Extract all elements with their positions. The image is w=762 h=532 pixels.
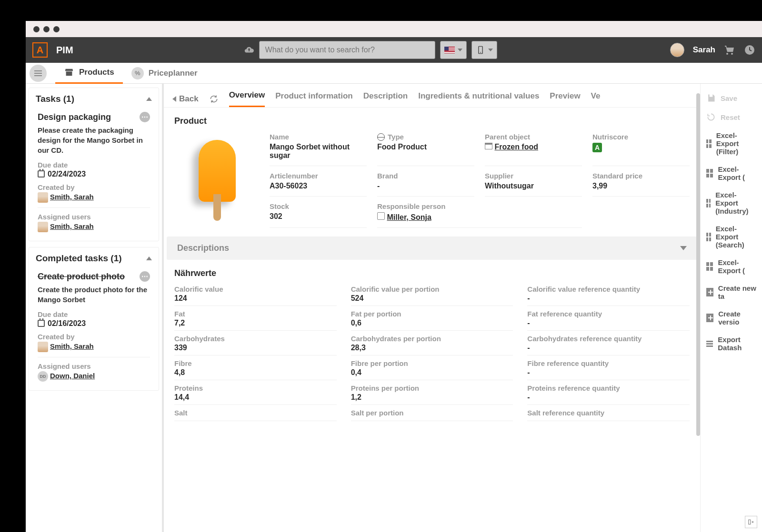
cart-icon[interactable] <box>724 44 735 56</box>
reset-icon <box>706 112 716 122</box>
supplier: Withoutsugar <box>485 182 582 190</box>
refresh-icon[interactable] <box>209 94 219 104</box>
export-2[interactable]: Excel-Export ( <box>701 160 762 186</box>
nutrition-label: Proteins per portion <box>351 384 513 392</box>
nav-priceplanner[interactable]: % Priceplanner <box>123 63 206 84</box>
maximize-dot[interactable] <box>53 26 60 32</box>
more-icon[interactable]: ⋯ <box>140 271 150 282</box>
nutrition-value: - <box>527 368 690 377</box>
tab-versions[interactable]: Ve <box>591 91 601 107</box>
export-industry[interactable]: Excel-Export (Industry) <box>701 186 762 220</box>
nutrition-field: Fibre4,8 <box>174 359 337 380</box>
nutrition-field: Proteins14,4 <box>174 384 337 405</box>
tab-description[interactable]: Description <box>363 91 408 107</box>
close-dot[interactable] <box>33 26 40 32</box>
globe-icon <box>377 133 385 141</box>
nutrition-label: Salt <box>174 409 337 417</box>
created-by: Smith, Sarah <box>38 192 150 203</box>
tab-product-info[interactable]: Product information <box>275 91 352 107</box>
menu-toggle[interactable] <box>30 65 47 82</box>
svg-rect-3 <box>749 520 751 524</box>
nutrition-label: Proteins reference quantity <box>527 384 690 392</box>
clock-icon[interactable] <box>744 44 755 56</box>
nutrition-value: 28,3 <box>351 344 513 352</box>
tab-preview[interactable]: Preview <box>550 91 580 107</box>
tasks-sidebar: Tasks (1) Design packaging ⋯ Please crea… <box>26 84 164 532</box>
nutrition-field: Salt <box>174 409 337 421</box>
nutrition-field: Fibre per portion0,4 <box>351 359 513 380</box>
export-5[interactable]: Excel-Export ( <box>701 254 762 279</box>
table-icon <box>706 262 713 271</box>
plus-icon <box>706 314 713 322</box>
store-icon <box>64 67 74 78</box>
task-title[interactable]: Design packaging ⋯ <box>38 112 150 122</box>
field-label: Articlenumber <box>270 172 367 180</box>
task-title[interactable]: Create product photo ⋯ <box>38 271 150 282</box>
avatar-icon <box>38 192 48 203</box>
chevron-up-icon <box>146 256 152 260</box>
brand: - <box>377 182 474 190</box>
due-date: 02/24/2023 <box>38 170 150 178</box>
created-by: Smith, Sarah <box>38 342 150 352</box>
person-icon <box>377 212 385 220</box>
nutrition-label: Calorific value reference quantity <box>527 285 690 293</box>
nav-products[interactable]: Products <box>55 63 123 84</box>
nutrition-header: Nährwerte <box>174 268 690 278</box>
nutrition-field: Carbohydrates reference quantity- <box>527 335 690 355</box>
language-selector[interactable] <box>440 41 467 59</box>
field-label: Name <box>270 133 367 141</box>
tab-ingredients[interactable]: Ingredients & nutritional values <box>418 91 539 107</box>
save-button[interactable]: Save <box>701 89 762 108</box>
upload-icon[interactable] <box>244 45 254 55</box>
nutrition-value: 524 <box>351 294 513 303</box>
nutrition-field: Calorific value per portion524 <box>351 285 513 306</box>
search-input[interactable] <box>259 41 435 59</box>
assigned-label: Assigned users <box>38 213 150 221</box>
create-version[interactable]: Create versio <box>701 305 762 331</box>
export-search[interactable]: Excel-Export (Search) <box>701 220 762 254</box>
table-icon <box>706 199 711 207</box>
nutrition-field: Fibre reference quantity- <box>527 359 690 380</box>
panel-toggle[interactable] <box>745 516 757 528</box>
tab-overview[interactable]: Overview <box>229 90 265 107</box>
avatar[interactable] <box>670 43 684 57</box>
more-icon[interactable]: ⋯ <box>140 112 150 122</box>
assigned-label: Assigned users <box>38 362 150 370</box>
task-description: Create the product photo for the Mango S… <box>38 285 150 305</box>
export-filter[interactable]: Excel-Export (Filter) <box>701 127 762 160</box>
expand-icon <box>748 519 754 525</box>
store-icon <box>485 143 492 149</box>
nutrition-label: Fibre reference quantity <box>527 359 690 367</box>
product-name: Mango Sorbet without sugar <box>270 143 367 160</box>
responsible-person: Miller, Sonja <box>377 212 582 222</box>
save-icon <box>706 93 716 103</box>
product-image[interactable] <box>174 133 260 228</box>
nutrition-field: Salt per portion <box>351 409 513 421</box>
nutrition-field: Calorific value124 <box>174 285 337 306</box>
nutrition-value: 124 <box>174 294 337 303</box>
nutrition-field: Carbohydrates per portion28,3 <box>351 335 513 355</box>
app-logo[interactable]: A <box>32 42 48 58</box>
export-datasheet[interactable]: Export Datash <box>701 331 762 356</box>
created-by-label: Created by <box>38 183 150 191</box>
create-task[interactable]: Create new ta <box>701 279 762 305</box>
descriptions-collapse[interactable]: Descriptions <box>167 236 697 260</box>
nutriscore: A <box>592 143 690 152</box>
nutrition-label: Proteins <box>174 384 337 392</box>
assigned-user: DDDown, Daniel <box>38 371 150 382</box>
minimize-dot[interactable] <box>43 26 50 32</box>
nutrition-value: 0,6 <box>351 319 513 327</box>
nutrition-value: 7,2 <box>174 319 337 327</box>
parent-object: Frozen food <box>485 143 582 151</box>
nutrition-field: Fat reference quantity- <box>527 310 690 331</box>
table-icon <box>706 139 712 148</box>
us-flag-icon <box>444 47 455 53</box>
tasks-header[interactable]: Tasks (1) <box>29 88 159 110</box>
back-button[interactable]: Back <box>172 94 199 104</box>
device-selector[interactable] <box>471 41 497 59</box>
completed-tasks-header[interactable]: Completed tasks (1) <box>29 247 159 269</box>
scrollbar[interactable] <box>696 93 700 436</box>
reset-button[interactable]: Reset <box>701 108 762 127</box>
nutriscore-badge: A <box>592 143 602 152</box>
chevron-up-icon <box>146 97 152 101</box>
